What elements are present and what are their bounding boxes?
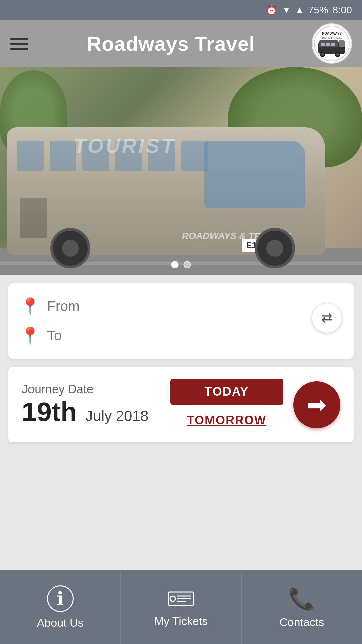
search-card: 📍 📍 ⇅ [8, 283, 354, 359]
carousel-dot-2[interactable] [184, 261, 191, 268]
tickets-icon [168, 589, 194, 609]
hamburger-line-3 [10, 48, 28, 50]
about-us-icon: ℹ [47, 585, 74, 612]
nav-item-about-us[interactable]: ℹ About Us [0, 570, 121, 644]
journey-month-year: July 2018 [85, 408, 148, 424]
app-header: Roadways Travel ROADWAYS TOURS & TRAVEL … [0, 20, 362, 67]
app-title: Roadways Travel [30, 32, 312, 55]
signal-icon: ▲ [295, 5, 304, 15]
wifi-icon: ▼ [282, 5, 291, 15]
carousel-dots [171, 261, 191, 268]
svg-rect-11 [326, 43, 330, 46]
to-pin-icon: 📍 [20, 326, 40, 345]
svg-point-9 [336, 53, 339, 56]
hamburger-line-1 [10, 38, 28, 40]
carousel-dot-1[interactable] [171, 261, 179, 268]
date-buttons: TODAY TOMORROW [170, 379, 283, 431]
bus-window-6 [181, 141, 208, 171]
divider [44, 321, 342, 321]
journey-label: Journey Date [22, 382, 160, 396]
svg-rect-12 [331, 43, 335, 46]
about-us-label: About Us [37, 616, 84, 629]
svg-point-15 [170, 596, 175, 601]
banner-section: TOURIST ROADWAYS & TRAVELS E1903 [0, 67, 362, 275]
go-arrow-icon: ➡ [307, 391, 327, 419]
svg-text:ROADWAYS: ROADWAYS [322, 32, 342, 35]
wheel-hub-right [266, 240, 283, 257]
bus-windshield [204, 141, 305, 208]
bus-vent [20, 198, 47, 238]
bus-illustration: TOURIST ROADWAYS & TRAVELS E1903 [0, 67, 362, 275]
contacts-label: Contacts [279, 615, 324, 629]
nav-item-my-tickets[interactable]: My Tickets [121, 570, 241, 644]
to-row: 📍 [20, 323, 342, 348]
battery-text: 75% [308, 4, 328, 16]
bus-wheel-right [255, 228, 295, 268]
swap-icon: ⇅ [319, 312, 335, 324]
svg-rect-5 [339, 40, 345, 47]
bus-window-2 [50, 141, 76, 171]
bottom-nav: ℹ About Us My Tickets 📞 Contacts [0, 570, 362, 644]
status-bar-right: ⏰ ▼ ▲ 75% 8:00 [266, 4, 352, 16]
alarm-icon: ⏰ [266, 5, 278, 16]
wheel-hub-left [62, 240, 79, 257]
svg-point-7 [321, 53, 324, 56]
my-tickets-label: My Tickets [154, 614, 208, 628]
swap-button[interactable]: ⇅ [312, 303, 342, 333]
svg-text:TOURS & TRAVEL: TOURS & TRAVEL [322, 37, 342, 39]
journey-date-card: Journey Date 19th July 2018 TODAY TOMORR… [8, 367, 354, 442]
svg-text:.....: ..... [330, 58, 334, 61]
time-text: 8:00 [333, 4, 352, 16]
bus-tourist-text: TOURIST [74, 134, 176, 157]
from-pin-icon: 📍 [20, 297, 40, 316]
bus-wheel-left [50, 228, 90, 268]
from-row: 📍 [20, 293, 342, 319]
bus-window-1 [17, 141, 44, 171]
app-logo: ROADWAYS TOURS & TRAVEL ..... [312, 23, 352, 64]
from-input[interactable] [47, 298, 342, 314]
logo-svg: ROADWAYS TOURS & TRAVEL ..... [313, 25, 350, 62]
journey-date-display: 19th July 2018 [22, 396, 160, 427]
journey-day: 19th [22, 397, 77, 427]
tickets-icon-wrapper [168, 587, 194, 610]
contacts-icon: 📞 [288, 586, 315, 611]
today-button[interactable]: TODAY [170, 379, 283, 405]
hamburger-menu[interactable] [10, 34, 30, 54]
go-button[interactable]: ➡ [293, 381, 340, 428]
hamburger-line-2 [10, 43, 28, 45]
tomorrow-button[interactable]: TOMORROW [170, 410, 283, 431]
nav-item-contacts[interactable]: 📞 Contacts [242, 570, 362, 644]
to-input[interactable] [47, 328, 342, 344]
svg-rect-10 [321, 43, 325, 46]
journey-date-section: Journey Date 19th July 2018 [22, 382, 160, 427]
status-bar: ⏰ ▼ ▲ 75% 8:00 [0, 0, 362, 20]
